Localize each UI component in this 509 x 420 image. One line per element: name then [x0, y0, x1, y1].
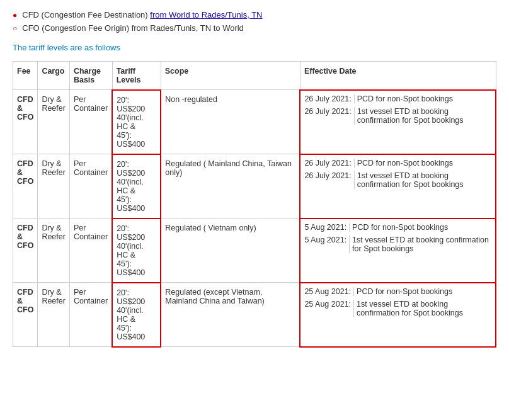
cell-fee: CFD&CFO: [13, 219, 38, 283]
cell-charge-basis: PerContainer: [69, 219, 112, 283]
header-tariff-levels: Tariff Levels: [112, 61, 161, 90]
effective-date-desc: PCD for non-Spot bookings: [357, 159, 453, 167]
effective-date-row: 25 Aug 2021:1st vessel ETD at booking co…: [304, 300, 491, 317]
cell-charge-basis: PerContainer: [69, 90, 112, 154]
effective-date-row: 26 July 2021:PCD for non-Spot bookings: [304, 94, 491, 103]
effective-date-desc: PCD for non-Spot bookings: [357, 287, 452, 296]
cell-effective-date: 26 July 2021:PCD for non-Spot bookings26…: [300, 154, 496, 219]
effective-date-row: 26 July 2021:PCD for non-Spot bookings: [304, 159, 491, 167]
effective-date-value: 25 Aug 2021:: [304, 287, 354, 296]
cell-effective-date: 5 Aug 2021:PCD for non-Spot bookings5 Au…: [300, 219, 496, 283]
effective-date-desc: PCD for non-Spot bookings: [357, 94, 453, 103]
cell-fee: CFD&CFO: [13, 154, 38, 219]
tariff-note: The tariff levels are as follows: [13, 43, 496, 52]
header-fee: Fee: [13, 61, 38, 90]
effective-date-desc: 1st vessel ETD at booking confirmation f…: [357, 171, 491, 189]
table-row: CFD&CFODry &ReeferPerContainer20': US$20…: [13, 154, 496, 219]
header-effective-date: Effective Date: [300, 61, 496, 90]
effective-date-row: 26 July 2021:1st vessel ETD at booking c…: [304, 107, 491, 125]
effective-date-value: 5 Aug 2021:: [304, 236, 350, 253]
bullet-list: CFD (Congestion Fee Destination) from Wo…: [13, 10, 496, 34]
effective-date-row: 25 Aug 2021:PCD for non-Spot bookings: [304, 287, 491, 296]
cell-scope: Non -regulated: [161, 90, 300, 154]
header-scope: Scope: [161, 61, 300, 90]
cell-effective-date: 25 Aug 2021:PCD for non-Spot bookings25 …: [300, 283, 496, 347]
table-row: CFD&CFODry &ReeferPerContainer20': US$20…: [13, 90, 496, 154]
bullet-item-cfo: CFO (Congestion Fee Origin) from Rades/T…: [13, 23, 496, 34]
effective-date-row: 5 Aug 2021:1st vessel ETD at booking con…: [304, 236, 491, 253]
bullet-text-cfo: CFO (Congestion Fee Origin) from Rades/T…: [22, 23, 244, 33]
effective-date-desc: PCD for non-Spot bookings: [352, 223, 448, 232]
header-cargo: Cargo: [38, 61, 70, 90]
cfd-link[interactable]: from World to Rades/Tunis, TN: [150, 10, 262, 20]
tariff-table: Fee Cargo ChargeBasis Tariff Levels Scop…: [13, 61, 496, 348]
effective-date-desc: 1st vessel ETD at booking confirmation f…: [357, 300, 491, 317]
effective-date-value: 26 July 2021:: [304, 94, 354, 103]
cell-charge-basis: PerContainer: [69, 283, 112, 347]
cell-cargo: Dry &Reefer: [38, 90, 70, 154]
effective-date-value: 5 Aug 2021:: [304, 223, 350, 232]
cell-cargo: Dry &Reefer: [38, 154, 70, 219]
cell-scope: Regulated ( Mainland China, Taiwan only): [161, 154, 300, 219]
cell-fee: CFD&CFO: [13, 283, 38, 347]
cell-fee: CFD&CFO: [13, 90, 38, 154]
cell-tariff-levels: 20': US$20040'(incl. HC &45'): US$400: [112, 219, 161, 283]
effective-date-value: 26 July 2021:: [304, 107, 354, 125]
bullet-item-cfd: CFD (Congestion Fee Destination) from Wo…: [13, 10, 496, 21]
effective-date-value: 26 July 2021:: [304, 159, 354, 167]
effective-date-row: 5 Aug 2021:PCD for non-Spot bookings: [304, 223, 491, 232]
cell-charge-basis: PerContainer: [69, 154, 112, 219]
cell-cargo: Dry &Reefer: [38, 219, 70, 283]
effective-date-value: 26 July 2021:: [304, 171, 354, 189]
cell-scope: Regulated (except Vietnam, Mainland Chin…: [161, 283, 300, 347]
header-charge-basis: ChargeBasis: [69, 61, 112, 90]
effective-date-value: 25 Aug 2021:: [304, 300, 354, 317]
cell-scope: Regulated ( Vietnam only): [161, 219, 300, 283]
cell-tariff-levels: 20': US$20040'(incl. HC &45'): US$400: [112, 154, 161, 219]
table-row: CFD&CFODry &ReeferPerContainer20': US$20…: [13, 283, 496, 347]
effective-date-row: 26 July 2021:1st vessel ETD at booking c…: [304, 171, 491, 189]
cell-tariff-levels: 20': US$20040'(incl. HC &45'): US$400: [112, 283, 161, 347]
cell-cargo: Dry &Reefer: [38, 283, 70, 347]
cell-tariff-levels: 20': US$20040'(incl. HC &45'): US$400: [112, 90, 161, 154]
effective-date-desc: 1st vessel ETD at booking confirmation f…: [352, 236, 491, 253]
bullet-text-cfd: CFD (Congestion Fee Destination) from Wo…: [22, 10, 262, 20]
table-row: CFD&CFODry &ReeferPerContainer20': US$20…: [13, 219, 496, 283]
cell-effective-date: 26 July 2021:PCD for non-Spot bookings26…: [300, 90, 496, 154]
effective-date-desc: 1st vessel ETD at booking confirmation f…: [357, 107, 491, 125]
table-header-row: Fee Cargo ChargeBasis Tariff Levels Scop…: [13, 61, 496, 90]
